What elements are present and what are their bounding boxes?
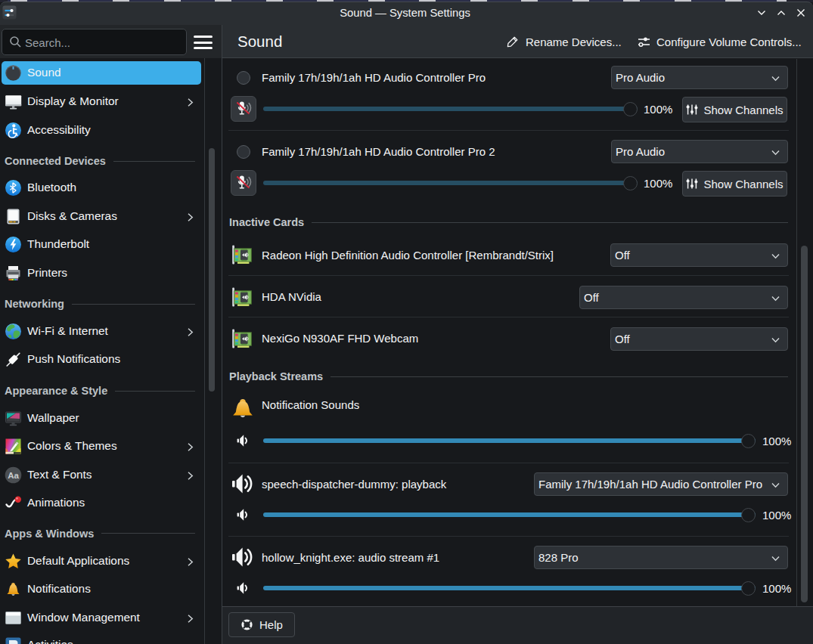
svg-text:Aa: Aa	[8, 470, 19, 479]
